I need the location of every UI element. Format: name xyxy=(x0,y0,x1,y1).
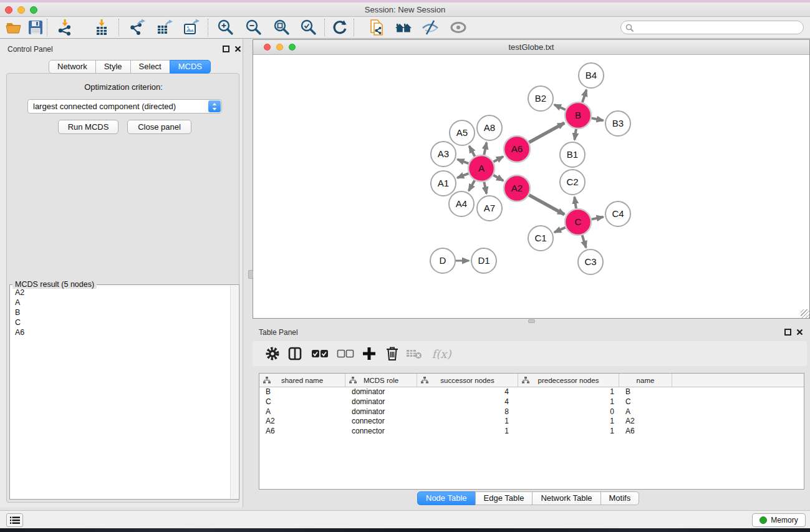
clone-network-icon[interactable] xyxy=(367,18,387,37)
table-row[interactable]: Cdominator41C xyxy=(259,397,804,407)
search-input[interactable] xyxy=(637,22,799,33)
graph-edge-A-A4[interactable] xyxy=(469,180,475,191)
column-header-shared-name[interactable]: shared name xyxy=(259,374,345,387)
network-graph[interactable]: B4B2BB3A8A5A6A3B1AC2A1A2A4A7C4CC1DD1C3 xyxy=(253,56,809,318)
graph-edge-C-C4[interactable] xyxy=(592,217,604,220)
tab-select[interactable]: Select xyxy=(130,60,170,74)
graph-edge-A-A3[interactable] xyxy=(458,160,469,164)
open-folder-icon[interactable] xyxy=(4,18,24,37)
mcds-result-item[interactable]: A6 xyxy=(10,327,229,337)
graph-edge-A2-C[interactable] xyxy=(529,195,564,215)
tab-motifs[interactable]: Motifs xyxy=(600,491,640,505)
graph-edge-A-A8[interactable] xyxy=(484,143,486,155)
graph-edge-B-B2[interactable] xyxy=(554,105,566,110)
search-field[interactable] xyxy=(620,21,804,34)
zoom-selected-icon[interactable] xyxy=(299,18,319,37)
toolbar-separator xyxy=(354,19,354,36)
mcds-result-item[interactable]: A xyxy=(10,297,229,307)
table-cell: A xyxy=(259,407,345,417)
graph-node-label: A2 xyxy=(511,183,523,193)
zoom-out-icon[interactable] xyxy=(244,18,264,37)
save-session-icon[interactable] xyxy=(26,18,46,37)
export-table-icon[interactable] xyxy=(155,18,175,37)
run-mcds-button[interactable]: Run MCDS xyxy=(58,120,118,134)
table-cell: 1 xyxy=(518,387,619,397)
task-history-list-icon[interactable] xyxy=(6,513,23,527)
graph-node-label: B1 xyxy=(567,149,578,160)
memory-button[interactable]: Memory xyxy=(752,513,806,527)
add-row-icon[interactable] xyxy=(359,344,379,363)
graph-edge-A-A1[interactable] xyxy=(457,173,468,178)
table-row[interactable]: A2connector11A2 xyxy=(259,417,804,427)
column-header-MCDS-role[interactable]: MCDS role xyxy=(345,374,417,387)
table-tabs: Node TableEdge TableNetwork TableMotifs xyxy=(417,491,639,505)
function-builder-icon[interactable]: f(x) xyxy=(428,344,455,363)
graph-edge-A-A2[interactable] xyxy=(493,175,503,181)
table-row[interactable]: Adominator80A xyxy=(259,407,804,417)
tab-network-table[interactable]: Network Table xyxy=(532,491,600,505)
criterion-value: largest connected component (directed) xyxy=(33,102,176,111)
graph-edge-A6-B[interactable] xyxy=(529,123,564,142)
graph-edge-C-C3[interactable] xyxy=(582,235,586,248)
zoom-fit-icon[interactable] xyxy=(272,18,292,37)
tab-network[interactable]: Network xyxy=(49,60,96,74)
graph-edge-B-B4[interactable] xyxy=(582,90,587,102)
column-visibility-icon[interactable] xyxy=(285,344,305,363)
graph-edge-A-A5[interactable] xyxy=(470,146,475,157)
network-vertical-scrollbar[interactable] xyxy=(248,270,253,279)
deselect-all-check-icon[interactable] xyxy=(335,344,355,363)
refresh-view-icon[interactable] xyxy=(330,18,350,37)
table-cell: C xyxy=(259,397,345,407)
export-network-icon[interactable] xyxy=(127,18,147,37)
close-panel-icon[interactable] xyxy=(234,46,241,52)
network-horizontal-scrollbar[interactable] xyxy=(528,319,535,323)
import-table-icon[interactable] xyxy=(92,18,112,37)
table-cell: 1 xyxy=(417,417,518,427)
close-table-panel-icon[interactable] xyxy=(796,329,803,336)
delete-row-icon[interactable] xyxy=(382,344,402,363)
mcds-result-item[interactable]: B xyxy=(10,307,229,317)
float-panel-icon[interactable] xyxy=(223,46,229,52)
result-scrollbar[interactable] xyxy=(230,286,238,498)
graph-edge-B-B1[interactable] xyxy=(574,129,576,140)
graph-edge-A-A7[interactable] xyxy=(484,182,486,194)
graph-edge-C-C2[interactable] xyxy=(574,197,576,208)
import-network-icon[interactable] xyxy=(55,18,75,37)
table-cell: A6 xyxy=(619,427,672,437)
tab-style[interactable]: Style xyxy=(95,60,131,74)
hide-selected-eye-icon[interactable] xyxy=(420,18,440,37)
fx-label: f(x) xyxy=(432,347,451,360)
show-all-eye-icon[interactable] xyxy=(448,18,468,37)
home-view-icon[interactable] xyxy=(393,18,413,37)
graph-edge-C-C1[interactable] xyxy=(554,228,566,233)
graph-node-label: A5 xyxy=(456,127,468,138)
graph-node-label: C2 xyxy=(566,177,578,187)
table-row[interactable]: Bdominator41B xyxy=(259,387,804,397)
table-settings-gear-icon[interactable] xyxy=(263,344,282,363)
tab-edge-table[interactable]: Edge Table xyxy=(475,491,533,505)
delete-table-icon[interactable] xyxy=(404,344,424,363)
column-header-predecessor-nodes[interactable]: predecessor nodes xyxy=(518,374,619,387)
table-cell: A2 xyxy=(619,417,672,427)
close-panel-button[interactable]: Close panel xyxy=(127,120,191,134)
window-resize-grip[interactable] xyxy=(801,309,809,318)
table-row[interactable]: A6connector11A6 xyxy=(259,427,804,437)
column-header-name[interactable]: name xyxy=(619,374,672,387)
zoom-in-icon[interactable] xyxy=(216,18,236,37)
graph-edge-A-A6[interactable] xyxy=(493,157,503,162)
tab-node-table[interactable]: Node Table xyxy=(417,491,476,505)
table-cell: 1 xyxy=(417,427,518,437)
network-window-titlebar: testGlobe.txt xyxy=(253,40,809,55)
criterion-dropdown[interactable]: largest connected component (directed) xyxy=(27,99,222,114)
select-all-check-icon[interactable] xyxy=(310,344,330,363)
network-canvas[interactable]: B4B2BB3A8A5A6A3B1AC2A1A2A4A7C4CC1DD1C3 xyxy=(253,56,809,318)
mcds-result-item[interactable]: C xyxy=(10,317,229,327)
export-image-icon[interactable] xyxy=(181,18,201,37)
column-header-successor-nodes[interactable]: successor nodes xyxy=(417,374,518,387)
graph-edge-B-B3[interactable] xyxy=(592,118,604,120)
tab-mcds[interactable]: MCDS xyxy=(170,60,211,74)
float-table-panel-icon[interactable] xyxy=(784,329,791,336)
table-panel: Table Panel f(x) shared nameMCDS rolesuc… xyxy=(249,321,810,510)
app-title: Session: New Session xyxy=(0,5,810,14)
mcds-result-item[interactable]: A2 xyxy=(10,288,229,297)
